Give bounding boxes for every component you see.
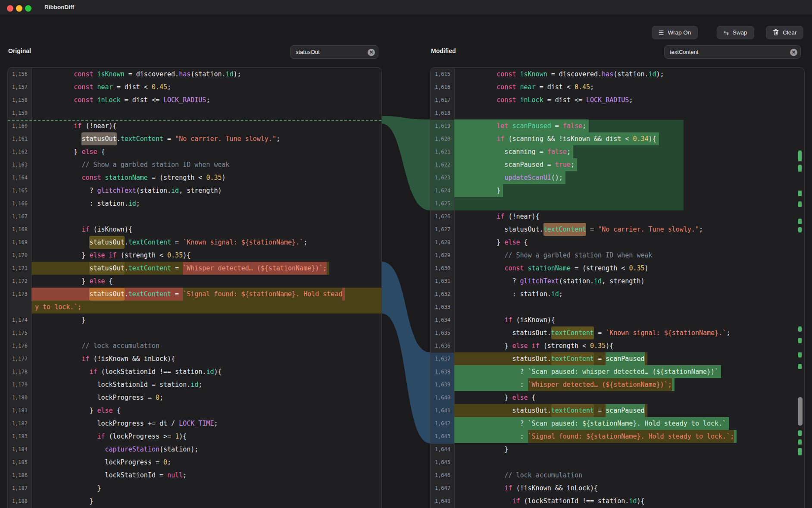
code-line: 1,170 } else if (strength < 0.35){ <box>8 249 381 262</box>
line-number: 1,635 <box>431 326 454 339</box>
diff-map-mark <box>798 227 802 232</box>
line-number: 1,183 <box>8 430 31 443</box>
code-line: 1,615 const isKnown = discovered.has(sta… <box>431 68 804 81</box>
line-number: 1,646 <box>431 469 454 482</box>
code-line: 1,624 } <box>431 184 804 197</box>
code-line: 1,169 statusOut.textContent = `Known sig… <box>8 236 381 249</box>
code-line: 1,616 const near = dist < 0.45; <box>431 81 804 94</box>
wrap-lines-icon: ☰ <box>659 30 664 36</box>
clear-button-label: Clear <box>783 29 796 36</box>
code-line: 1,617 const inLock = dist <= LOCK_RADIUS… <box>431 94 804 107</box>
line-number: 1,174 <box>8 314 31 326</box>
line-number: 1,643 <box>431 430 454 443</box>
scrollbar-thumb[interactable] <box>798 397 803 426</box>
original-search-box: ✕ <box>290 45 378 59</box>
original-panel-label: Original <box>8 47 31 54</box>
line-number: 1,630 <box>431 262 454 275</box>
modified-search-box: ✕ <box>664 45 801 59</box>
original-search-input[interactable] <box>290 46 378 58</box>
original-search-clear-icon[interactable]: ✕ <box>368 49 375 56</box>
code-line: 1,186 lockStationId = null; <box>8 469 381 482</box>
diff-map-mark <box>798 448 802 455</box>
diff-map-mark <box>798 338 802 343</box>
line-number: 1,648 <box>431 495 454 508</box>
code-line: 1,619 let scanPaused = false; <box>431 119 804 132</box>
code-line: 1,163 // Show a garbled station ID when … <box>8 158 381 171</box>
diff-map-mark <box>798 219 802 224</box>
line-number: 1,615 <box>431 68 454 81</box>
line-number: 1,641 <box>431 404 454 417</box>
code-line: 1,631 ? glitchText(station.id, strength) <box>431 275 804 288</box>
line-number: 1,619 <box>431 119 454 132</box>
code-line: 1,174 } <box>8 314 381 326</box>
code-line: 1,156 const isKnown = discovered.has(sta… <box>8 68 381 81</box>
line-number: 1,172 <box>8 275 31 288</box>
line-number: 1,162 <box>8 145 31 158</box>
modified-code-panel: 1,615 const isKnown = discovered.has(sta… <box>430 67 805 508</box>
line-number: 1,166 <box>8 197 31 210</box>
line-number: 1,637 <box>431 352 454 365</box>
code-line: 1,625 <box>431 197 804 210</box>
minimize-window-button[interactable] <box>16 5 22 12</box>
line-number: 1,156 <box>8 68 31 81</box>
code-line: 1,176 // lock accumulation <box>8 339 381 352</box>
line-number: 1,617 <box>431 94 454 107</box>
line-number: 1,187 <box>8 482 31 495</box>
code-line: 1,636 } else if (strength < 0.35){ <box>431 339 804 352</box>
code-line: 1,184 captureStation(station); <box>8 443 381 456</box>
line-number: 1,618 <box>431 107 454 119</box>
code-line: 1,182 lockProgress += dt / LOCK_TIME; <box>8 417 381 430</box>
code-line: 1,620 if (scanning && !isKnown && dist <… <box>431 132 804 145</box>
code-line: 1,628 } else { <box>431 236 804 249</box>
line-number: 1,181 <box>8 404 31 417</box>
code-line: 1,181 } else { <box>8 404 381 417</box>
line-number: 1,639 <box>431 378 454 391</box>
diff-map-mark <box>798 201 802 207</box>
line-number: 1,622 <box>431 158 454 171</box>
window-title: RibbonDiff <box>44 4 74 10</box>
line-number: 1,620 <box>431 132 454 145</box>
line-number: 1,636 <box>431 339 454 352</box>
clear-button[interactable]: Clear <box>766 26 803 39</box>
line-number: 1,178 <box>8 365 31 378</box>
modified-search-input[interactable] <box>665 46 800 58</box>
title-bar: RibbonDiff <box>0 0 812 14</box>
swap-button-label: Swap <box>733 29 747 36</box>
code-line: 1,166 : station.id; <box>8 197 381 210</box>
code-line: 1,183 if (lockProgress >= 1){ <box>8 430 381 443</box>
close-window-button[interactable] <box>7 5 13 12</box>
line-number: 1,634 <box>431 314 454 326</box>
line-number: 1,621 <box>431 145 454 158</box>
code-line: 1,632 : station.id; <box>431 288 804 301</box>
line-number: 1,157 <box>8 81 31 94</box>
code-line: 1,647 if (!isKnown && inLock){ <box>431 482 804 495</box>
line-number: 1,179 <box>8 378 31 391</box>
zoom-window-button[interactable] <box>25 5 31 12</box>
code-line: 1,173 statusOut.textContent = `Signal fo… <box>8 288 381 301</box>
code-line: 1,623 updateScanUI(); <box>431 171 804 184</box>
code-line: 1,167 <box>8 210 381 223</box>
line-number: 1,164 <box>8 171 31 184</box>
code-line: 1,158 const inLock = dist <= LOCK_RADIUS… <box>8 94 381 107</box>
wrap-toggle-button[interactable]: ☰ Wrap On <box>652 26 698 39</box>
code-line: 1,177 if (!isKnown && inLock){ <box>8 352 381 365</box>
diff-map-mark <box>798 326 802 332</box>
line-number: 1,158 <box>8 94 31 107</box>
code-line: 1,642 ? `Scan paused: ${stationName}. Ho… <box>431 417 804 430</box>
swap-button[interactable]: ⇆ Swap <box>717 26 754 39</box>
code-line: 1,635 statusOut.textContent = `Known sig… <box>431 326 804 339</box>
line-number: 1,169 <box>8 236 31 249</box>
line-number: 1,163 <box>8 158 31 171</box>
code-line: 1,643 : `Signal found: ${stationName}. H… <box>431 430 804 443</box>
code-line: y to lock.`; <box>8 301 381 314</box>
line-number: 1,159 <box>8 107 31 119</box>
line-number: 1,638 <box>431 365 454 378</box>
line-number: 1,628 <box>431 236 454 249</box>
code-line: 1,648 if (lockStationId !== station.id){ <box>431 495 804 508</box>
code-line: 1,162 } else { <box>8 145 381 158</box>
code-line: 1,634 if (isKnown){ <box>431 314 804 326</box>
line-number: 1,632 <box>431 288 454 301</box>
code-line: 1,626 if (!near){ <box>431 210 804 223</box>
modified-search-clear-icon[interactable]: ✕ <box>790 49 797 56</box>
line-number: 1,185 <box>8 456 31 469</box>
